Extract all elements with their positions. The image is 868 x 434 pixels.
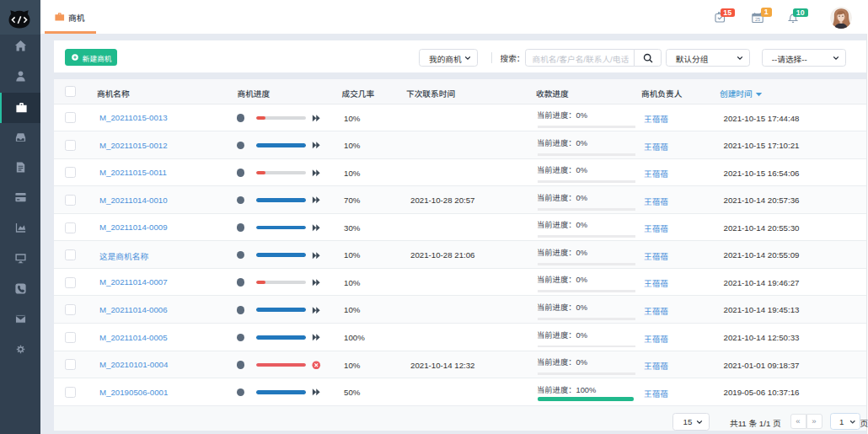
svg-text:25: 25 [754,17,759,22]
